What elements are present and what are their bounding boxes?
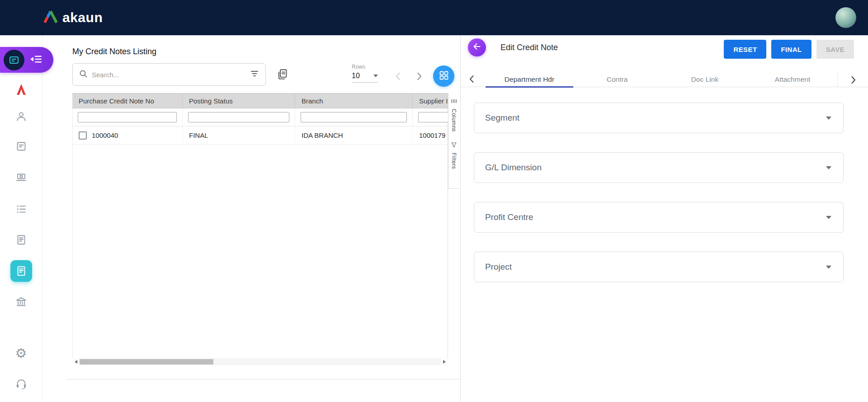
triangle-right-icon	[443, 360, 446, 364]
user-avatar[interactable]	[835, 7, 856, 28]
listing-title: My Credit Notes Listing	[72, 47, 156, 56]
chevron-down-icon	[373, 75, 378, 77]
menu-toggle-icon[interactable]	[30, 55, 42, 65]
filter-input-purchase-credit-note-no[interactable]	[78, 112, 177, 122]
brand-logo: akaun	[43, 10, 103, 25]
settings-icon[interactable]: ⚙	[14, 346, 28, 360]
bank-icon[interactable]	[14, 295, 28, 309]
filter-input-supplier-id[interactable]	[418, 112, 448, 122]
cell-purchase-credit-note-no: 1000040	[92, 131, 118, 139]
tab-department-hdr[interactable]: Department Hdr	[486, 73, 573, 87]
profit-centre-label: Profit Centre	[485, 212, 533, 222]
filter-lines-icon[interactable]	[250, 69, 259, 80]
tabs-scroll-left-button[interactable]	[467, 74, 479, 86]
gear-icon: ⚙	[15, 346, 27, 360]
topbar: akaun	[0, 0, 868, 35]
workspace-app-icon[interactable]	[4, 50, 24, 70]
scrollbar-track[interactable]	[80, 358, 441, 365]
module-red-icon[interactable]	[14, 83, 28, 96]
table-filter-row	[72, 108, 448, 126]
segment-dropdown[interactable]: Segment	[474, 103, 844, 133]
chevron-down-icon	[826, 166, 831, 169]
chevron-down-icon	[826, 216, 831, 219]
segment-label: Segment	[485, 113, 519, 123]
grid-view-button[interactable]	[433, 65, 454, 87]
drag-grip-icon	[451, 98, 457, 106]
scroll-right-button[interactable]	[441, 358, 448, 365]
filters-strip-toggle[interactable]: Filters	[451, 153, 457, 169]
sidebar: ⚙	[0, 35, 42, 402]
columns-strip-toggle[interactable]: Columns	[451, 109, 457, 132]
filter-input-branch[interactable]	[301, 112, 407, 122]
filter-input-posting-status[interactable]	[188, 112, 289, 122]
action-buttons: RESET FINAL SAVE	[724, 40, 854, 59]
triangle-left-icon	[75, 360, 77, 364]
column-header[interactable]: Supplier ID	[413, 93, 448, 108]
chevron-down-icon	[826, 117, 831, 120]
rows-value: 10	[352, 72, 360, 80]
next-page-button[interactable]	[414, 71, 425, 82]
tabs-scroll-right-button[interactable]	[837, 73, 868, 87]
credit-notes-listing-panel: My Credit Notes Listing Rows 10	[66, 35, 460, 379]
tab-attachment[interactable]: Attachment	[749, 73, 836, 87]
tab-doc-link[interactable]: Doc Link	[661, 73, 749, 87]
edit-credit-note-panel: Edit Credit Note RESET FINAL SAVE Depart…	[461, 35, 868, 402]
detail-title: Edit Credit Note	[500, 43, 558, 52]
column-header[interactable]: Branch	[295, 93, 413, 108]
detail-tabbar: Department Hdr Contra Doc Link Attachmen…	[461, 73, 868, 87]
funnel-icon	[451, 141, 457, 150]
chevron-down-icon	[826, 266, 831, 269]
cell-posting-status: FINAL	[189, 131, 208, 139]
scrollbar-thumb[interactable]	[80, 359, 213, 365]
column-header[interactable]: Posting Status	[183, 93, 295, 108]
table-row[interactable]: 1000040 FINAL IDA BRANCH 1000179	[72, 126, 448, 145]
search-icon	[79, 70, 87, 79]
invoice-icon[interactable]	[14, 233, 28, 247]
search-box	[72, 63, 266, 86]
gl-dimension-dropdown[interactable]: G/L Dimension	[474, 152, 844, 183]
table-side-strip: Columns Filters	[448, 93, 459, 189]
brand-name: akaun	[62, 10, 103, 25]
project-dropdown[interactable]: Project	[474, 252, 844, 282]
rows-select[interactable]: 10	[352, 72, 378, 83]
support-icon[interactable]	[14, 377, 28, 391]
row-checkbox[interactable]	[79, 131, 87, 140]
list-icon[interactable]	[14, 202, 28, 216]
credit-note-icon[interactable]	[10, 260, 32, 282]
cell-branch: IDA BRANCH	[302, 131, 343, 139]
profit-centre-dropdown[interactable]: Profit Centre	[474, 202, 844, 233]
workspace-pill[interactable]	[0, 47, 53, 73]
brand-triangle-icon	[43, 10, 58, 25]
rows-label: Rows	[352, 64, 380, 70]
rows-per-page: Rows 10	[352, 64, 380, 83]
final-button[interactable]: FINAL	[771, 40, 811, 59]
horizontal-scrollbar	[72, 358, 448, 365]
table-header-row: Purchase Credit Note No Posting Status B…	[72, 93, 448, 108]
gl-dimension-label: G/L Dimension	[485, 163, 542, 173]
pos-terminal-icon[interactable]	[14, 171, 28, 184]
search-input[interactable]	[92, 71, 245, 79]
ledger-icon[interactable]	[14, 140, 28, 153]
contacts-icon[interactable]	[14, 110, 28, 123]
reset-button[interactable]: RESET	[724, 40, 766, 59]
tabs: Department Hdr Contra Doc Link Attachmen…	[486, 73, 837, 87]
project-label: Project	[485, 262, 512, 272]
tab-contra[interactable]: Contra	[573, 73, 661, 87]
column-header[interactable]: Purchase Credit Note No	[72, 93, 183, 108]
cell-supplier-id: 1000179	[419, 131, 445, 139]
arrow-left-icon	[472, 42, 481, 53]
credit-notes-table: Purchase Credit Note No Posting Status B…	[72, 93, 448, 145]
save-button[interactable]: SAVE	[816, 40, 854, 59]
scroll-left-button[interactable]	[72, 358, 80, 365]
previous-page-button[interactable]	[393, 71, 404, 82]
duplicate-view-icon[interactable]	[277, 68, 290, 82]
grid-icon	[439, 70, 449, 82]
back-button[interactable]	[468, 38, 486, 56]
